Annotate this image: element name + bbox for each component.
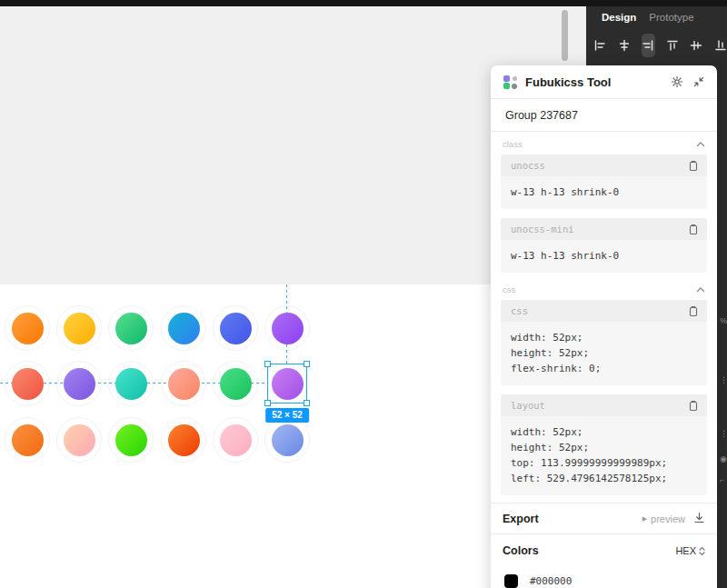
color-dot[interactable] (64, 313, 95, 344)
align-right-icon[interactable] (642, 34, 655, 57)
code-card-css: css width: 52px; height: 52px; flex-shri… (501, 300, 707, 385)
swatch-list: #000000 #ffffff (491, 567, 717, 588)
alignment-toolbar (586, 23, 727, 57)
selection-size-badge: 52 × 52 (265, 408, 309, 423)
color-dot[interactable] (168, 424, 200, 456)
code-card-unocss: unocss w-13 h-13 shrink-0 (501, 154, 707, 209)
top-toolbar (0, 0, 727, 6)
color-dot[interactable] (272, 313, 304, 344)
peek-eye-glyph: ◉ (720, 454, 727, 463)
unocss-mini-code: w-13 h-13 shrink-0 (511, 248, 697, 264)
collapse-panel-icon[interactable] (693, 76, 704, 87)
tab-design[interactable]: Design (602, 12, 636, 23)
canvas-scrollbar[interactable] (562, 10, 568, 61)
section-css: css (501, 282, 707, 297)
color-dot[interactable] (12, 368, 44, 400)
settings-gear-icon[interactable] (671, 75, 683, 88)
color-dot[interactable] (64, 424, 95, 456)
preview-arrow-icon: ▶ (642, 515, 647, 523)
selection-handle-bottom-right[interactable] (304, 400, 310, 406)
align-horizontal-centers-icon[interactable] (618, 34, 632, 57)
copy-icon[interactable] (688, 224, 699, 235)
export-row: Export ▶ preview (491, 503, 717, 533)
color-dot[interactable] (115, 424, 147, 456)
panel-title: Fubukicss Tool (525, 75, 661, 89)
colors-row: Colors HEX (491, 534, 717, 567)
preview-button[interactable]: ▶ preview (642, 513, 685, 524)
peek-percent-glyph: % (720, 316, 727, 325)
align-bottom-icon[interactable] (714, 34, 727, 57)
color-swatch-black[interactable] (504, 574, 518, 588)
selection-box (267, 364, 307, 404)
unocss-code: w-13 h-13 shrink-0 (511, 184, 697, 200)
card-label: unocss-mini (511, 224, 574, 234)
selected-layer-name: Group 237687 (491, 99, 717, 131)
copy-icon[interactable] (688, 400, 699, 412)
css-code: width: 52px; height: 52px; flex-shrink: … (511, 330, 697, 376)
panel-header: Fubukicss Tool (491, 65, 717, 98)
figma-window: 52 × 52 Design Prototype (0, 0, 727, 588)
code-card-unocss-mini: unocss-mini w-13 h-13 shrink-0 (501, 218, 707, 273)
align-top-icon[interactable] (666, 34, 680, 57)
card-label: unocss (511, 160, 545, 171)
colors-label: Colors (503, 544, 539, 557)
color-dot[interactable] (12, 313, 44, 344)
layout-code: width: 52px; height: 52px; top: 113.9999… (511, 424, 697, 486)
fubukicss-panel: Fubukicss Tool Group 237687 class (491, 65, 717, 588)
selection-handle-top-right[interactable] (304, 361, 310, 367)
color-dot[interactable] (168, 368, 200, 400)
color-format-value: HEX (675, 545, 696, 556)
swatch-hex-value: #000000 (530, 575, 572, 587)
color-dot[interactable] (220, 424, 252, 456)
swatch-row: #000000 (504, 569, 703, 588)
card-label: layout (511, 400, 545, 411)
peek-dots-glyph: ⋮ (720, 429, 727, 438)
color-dot[interactable] (272, 424, 304, 456)
section-class-label: class (503, 139, 523, 149)
preview-label: preview (651, 513, 685, 524)
align-vertical-centers-icon[interactable] (690, 34, 703, 57)
chevron-up-icon[interactable] (696, 141, 705, 147)
card-label: css (511, 305, 528, 316)
tab-prototype[interactable]: Prototype (649, 12, 693, 23)
copy-icon[interactable] (688, 160, 699, 172)
align-left-icon[interactable] (593, 34, 607, 57)
selection-handle-top-left[interactable] (264, 361, 271, 367)
color-dot[interactable] (220, 368, 252, 400)
peek-frame-glyph: ⌐ (720, 475, 724, 484)
section-css-label: css (503, 284, 515, 294)
copy-icon[interactable] (688, 305, 699, 317)
color-dot[interactable] (115, 313, 147, 344)
color-dot[interactable] (220, 313, 252, 344)
fubukicss-logo-icon (503, 75, 517, 89)
color-format-select[interactable]: HEX (675, 545, 705, 556)
color-dot[interactable] (64, 368, 95, 400)
chevron-up-icon[interactable] (696, 286, 705, 293)
color-dot[interactable] (168, 313, 200, 344)
export-label: Export (503, 513, 539, 525)
section-class: class (501, 136, 707, 152)
updown-chevrons-icon (699, 546, 705, 556)
selection-handle-bottom-left[interactable] (264, 400, 271, 406)
code-card-layout: layout width: 52px; height: 52px; top: 1… (501, 394, 707, 495)
color-dot[interactable] (12, 424, 44, 456)
download-icon[interactable] (693, 511, 705, 527)
color-dot[interactable] (115, 368, 147, 400)
peek-dots-glyph: ⋮ (720, 375, 727, 384)
